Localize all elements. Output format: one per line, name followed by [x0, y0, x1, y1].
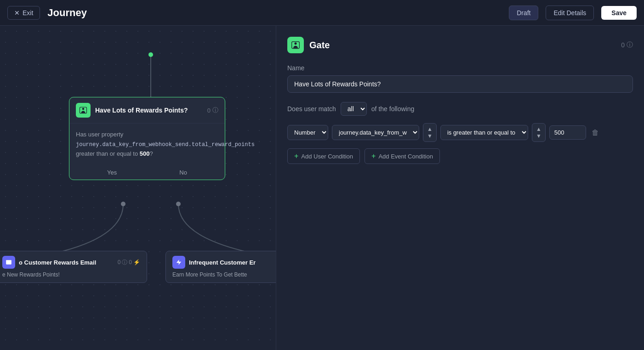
bolt-card-icon [172, 256, 185, 269]
left-card-count: 0 ⓘ 0 ⚡ [118, 259, 140, 266]
app-title: Journey [47, 7, 502, 19]
right-card-body: Earn More Points To Get Bette [172, 271, 274, 278]
svg-point-2 [121, 202, 125, 206]
of-following-label: of the following [371, 105, 414, 113]
svg-point-1 [148, 52, 153, 57]
main-content: Have Lots of Rewards Points? 0 ⓘ Has use… [0, 26, 644, 350]
node-body: Has user property journey.data_key_from_… [69, 124, 225, 165]
condition-value-input[interactable] [549, 125, 586, 140]
info-icon: ⓘ [212, 106, 218, 114]
x-icon: ✕ [14, 9, 20, 17]
gate-icon [76, 103, 91, 118]
node-branches: Yes No [69, 165, 225, 180]
name-input[interactable] [287, 75, 633, 93]
panel-title: Gate [309, 40, 330, 51]
panel-count: 0 ⓘ [621, 41, 633, 49]
edit-details-button[interactable]: Edit Details [546, 6, 594, 20]
canvas-connections [0, 26, 276, 350]
node-header: Have Lots of Rewards Points? 0 ⓘ [69, 97, 225, 124]
check-icon: ⓘ [122, 259, 127, 266]
right-card-header: Infrequent Customer Er [172, 256, 274, 269]
name-label: Name [287, 64, 633, 72]
svg-point-9 [295, 42, 297, 45]
node-title: Have Lots of Rewards Points? [95, 107, 203, 114]
bolt-icon: ⚡ [133, 259, 140, 265]
condition-operator-select[interactable]: is greater than or equal to [440, 125, 528, 140]
draft-button[interactable]: Draft [509, 6, 538, 20]
condition-operator-arrows[interactable]: ▲▼ [532, 123, 546, 142]
condition-type-select[interactable]: Number [287, 125, 328, 140]
add-user-condition-button[interactable]: + Add User Condition [287, 148, 360, 164]
delete-condition-button[interactable]: 🗑 [590, 127, 601, 139]
add-event-condition-button[interactable]: + Add Event Condition [365, 148, 440, 164]
email-icon [2, 256, 15, 269]
svg-marker-8 [177, 260, 182, 265]
plus-icon-user: + [294, 152, 298, 160]
right-email-card[interactable]: Infrequent Customer Er Earn More Points … [165, 251, 276, 283]
plus-icon-event: + [371, 152, 376, 160]
panel-gate-icon [287, 37, 304, 53]
app-header: ✕ Exit Journey Draft Edit Details Save [0, 0, 644, 26]
panel-info-icon: ⓘ [627, 41, 633, 49]
svg-point-3 [176, 202, 181, 206]
condition-key-select[interactable]: journey.data_key_from_w [332, 125, 419, 140]
left-card-body: e New Rewards Points! [2, 271, 140, 278]
left-card-header: o Customer Rewards Email 0 ⓘ 0 ⚡ [2, 256, 140, 269]
left-email-card[interactable]: o Customer Rewards Email 0 ⓘ 0 ⚡ e New R… [0, 251, 147, 283]
condition-key-arrows[interactable]: ▲▼ [423, 123, 437, 142]
condition-row: Number journey.data_key_from_w ▲▼ is gre… [287, 123, 633, 142]
gate-node-card[interactable]: Have Lots of Rewards Points? 0 ⓘ Has use… [69, 97, 225, 180]
svg-point-6 [82, 108, 85, 110]
gate-settings-panel: Gate 0 ⓘ Name Does user match all of the… [276, 26, 644, 350]
no-branch: No [179, 169, 187, 180]
save-button[interactable]: Save [601, 6, 637, 20]
exit-button[interactable]: ✕ Exit [7, 6, 40, 20]
yes-branch: Yes [107, 169, 117, 180]
journey-canvas[interactable]: Have Lots of Rewards Points? 0 ⓘ Has use… [0, 26, 276, 350]
match-select[interactable]: all [341, 102, 367, 116]
does-user-label: Does user match [287, 105, 336, 113]
left-card-title: o Customer Rewards Email [19, 259, 114, 266]
panel-header-left: Gate [287, 37, 330, 53]
right-card-title: Infrequent Customer Er [189, 259, 274, 266]
match-condition-row: Does user match all of the following [287, 102, 633, 116]
node-count: 0 ⓘ [207, 106, 218, 114]
panel-header: Gate 0 ⓘ [287, 37, 633, 53]
add-conditions-row: + Add User Condition + Add Event Conditi… [287, 148, 633, 164]
